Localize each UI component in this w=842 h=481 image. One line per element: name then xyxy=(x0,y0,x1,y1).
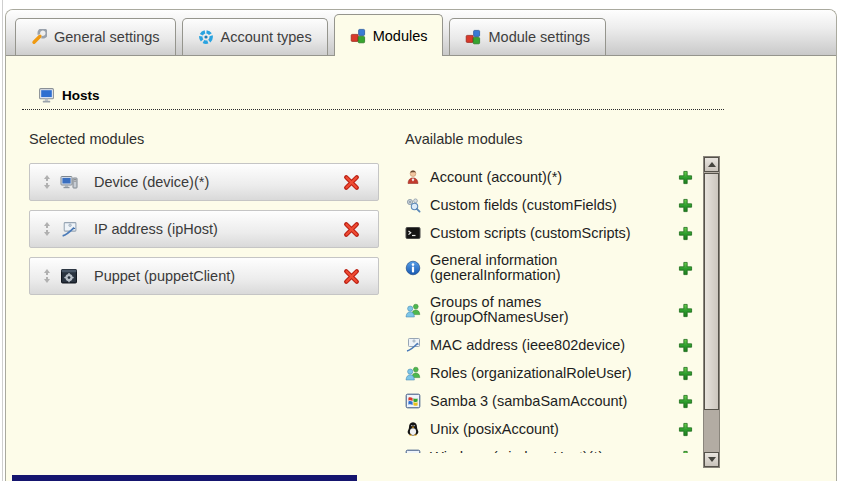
scroll-up-icon xyxy=(708,162,716,167)
available-module-label: Unix (posixAccount) xyxy=(430,422,559,437)
account-types-icon xyxy=(198,29,214,45)
unix-icon xyxy=(405,421,421,437)
selected-modules-column: Selected modules Device (device)(*) IP a… xyxy=(29,131,381,468)
tab-label: Account types xyxy=(221,29,312,45)
selected-module-row[interactable]: Device (device)(*) xyxy=(29,163,379,201)
group-icon xyxy=(405,302,421,318)
module-columns: Selected modules Device (device)(*) IP a… xyxy=(29,131,836,468)
available-module-label: General information (generalInformation) xyxy=(430,253,668,283)
available-module-row: General information (generalInformation) xyxy=(405,253,693,283)
scrollbar-up-button[interactable] xyxy=(704,157,719,172)
drag-handle-icon[interactable] xyxy=(43,222,51,236)
add-module-button[interactable] xyxy=(678,198,693,213)
available-module-label: Custom scripts (customScripts) xyxy=(430,226,631,241)
add-module-button[interactable] xyxy=(678,450,693,454)
available-modules-list: Account (account)(*) Custom fields (cust… xyxy=(405,156,720,453)
available-module-label: Account (account)(*) xyxy=(430,170,562,185)
screen: General settings Account types Modules M… xyxy=(0,0,842,481)
custom-scripts-icon xyxy=(405,225,421,241)
mac-address-icon xyxy=(405,337,421,353)
scroll-down-icon xyxy=(708,457,716,462)
tab-general-settings[interactable]: General settings xyxy=(15,18,176,55)
custom-fields-icon xyxy=(405,197,421,213)
add-module-button[interactable] xyxy=(678,303,693,318)
add-module-button[interactable] xyxy=(678,366,693,381)
drag-handle-icon[interactable] xyxy=(43,175,51,189)
scrollbar-down-button[interactable] xyxy=(704,452,719,467)
available-module-row: Account (account)(*) xyxy=(405,169,693,185)
drag-handle-icon[interactable] xyxy=(43,269,51,283)
available-module-label: MAC address (ieee802device) xyxy=(430,338,625,353)
remove-module-button[interactable] xyxy=(343,268,360,285)
selected-modules-heading: Selected modules xyxy=(29,131,381,147)
available-module-row: Samba 3 (sambaSamAccount) xyxy=(405,393,693,409)
available-module-row: Roles (organizationalRoleUser) xyxy=(405,365,693,381)
selected-module-row[interactable]: IP address (ipHost) xyxy=(29,210,379,248)
add-module-button[interactable] xyxy=(678,261,693,276)
available-module-label: Groups of names (groupOfNamesUser) xyxy=(430,295,668,325)
available-module-label: Roles (organizationalRoleUser) xyxy=(430,366,631,381)
add-module-button[interactable] xyxy=(678,394,693,409)
available-module-row: MAC address (ieee802device) xyxy=(405,337,693,353)
tab-bar: General settings Account types Modules M… xyxy=(6,10,836,56)
available-module-row: Unix (posixAccount) xyxy=(405,421,693,437)
remove-module-button[interactable] xyxy=(343,174,360,191)
selected-module-label: Device (device)(*) xyxy=(94,174,209,190)
available-module-label: Custom fields (customFields) xyxy=(430,198,617,213)
windows-icon xyxy=(405,449,421,453)
scrollbar[interactable] xyxy=(703,156,720,468)
remove-module-button[interactable] xyxy=(343,221,360,238)
available-modules-scroll-area: Account (account)(*) Custom fields (cust… xyxy=(405,156,720,468)
tab-modules[interactable]: Modules xyxy=(334,14,444,56)
available-module-label: Samba 3 (sambaSamAccount) xyxy=(430,394,627,409)
monitor-icon xyxy=(38,87,55,104)
tab-label: Module settings xyxy=(488,29,590,45)
available-module-row: Custom scripts (customScripts) xyxy=(405,225,693,241)
available-module-row: Groups of names (groupOfNamesUser) xyxy=(405,295,693,325)
available-modules-column: Available modules Account (account)(*) C… xyxy=(405,131,720,468)
selected-module-label: IP address (ipHost) xyxy=(94,221,218,237)
selected-module-row[interactable]: Puppet (puppetClient) xyxy=(29,257,379,295)
add-module-button[interactable] xyxy=(678,338,693,353)
selected-module-label: Puppet (puppetClient) xyxy=(94,268,235,284)
add-module-button[interactable] xyxy=(678,170,693,185)
scrollbar-thumb[interactable] xyxy=(704,173,719,410)
device-icon xyxy=(60,174,78,191)
roles-icon xyxy=(405,365,421,381)
add-module-button[interactable] xyxy=(678,422,693,437)
modules-icon xyxy=(350,28,366,44)
available-module-row: Custom fields (customFields) xyxy=(405,197,693,213)
tab-account-types[interactable]: Account types xyxy=(182,18,328,55)
account-icon xyxy=(405,169,421,185)
module-settings-icon xyxy=(465,29,481,45)
available-module-label: Windows (windowsHost)(*) xyxy=(430,450,603,454)
tab-module-settings[interactable]: Module settings xyxy=(449,18,606,55)
section-title: Hosts xyxy=(62,88,100,103)
info-icon xyxy=(405,260,421,276)
window-edge-line xyxy=(2,0,3,481)
tab-label: General settings xyxy=(54,29,160,45)
available-module-row: Windows (windowsHost)(*) xyxy=(405,449,693,453)
puppet-icon xyxy=(60,268,78,285)
add-module-button[interactable] xyxy=(678,226,693,241)
available-modules-heading: Available modules xyxy=(405,131,720,147)
selected-modules-list: Device (device)(*) IP address (ipHost) P… xyxy=(29,163,381,295)
section-header: Hosts xyxy=(22,87,724,110)
ip-address-icon xyxy=(60,221,78,238)
next-section-header-edge xyxy=(12,475,357,481)
samba-icon xyxy=(405,393,421,409)
tab-label: Modules xyxy=(373,28,428,44)
configuration-panel: General settings Account types Modules M… xyxy=(5,9,837,481)
wrench-icon xyxy=(31,29,47,45)
